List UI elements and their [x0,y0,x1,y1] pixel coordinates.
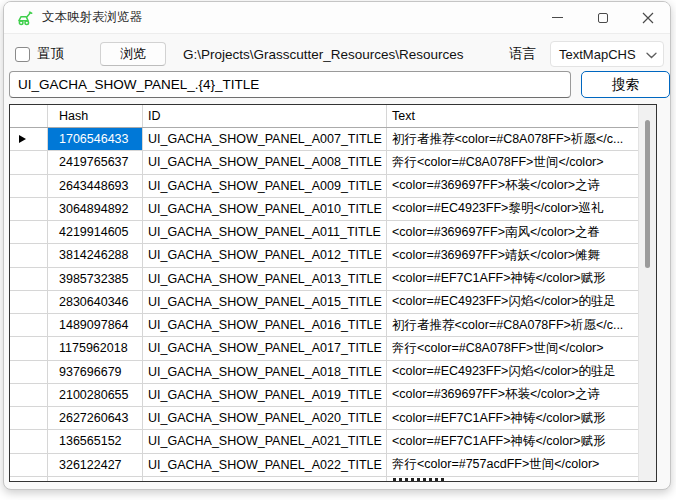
row-header[interactable] [10,221,48,243]
hash-cell[interactable]: 937696679 [48,361,143,383]
row-header[interactable] [10,291,48,313]
text-cell[interactable]: <color=#369697FF>杯装</color>之诗 [387,175,638,197]
row-header[interactable] [10,175,48,197]
vertical-scrollbar[interactable] [638,105,656,481]
text-cell[interactable]: 初行者推荐<color=#C8A078FF>祈愿</c... [387,314,638,336]
table-row[interactable]: 3064894892UI_GACHA_SHOW_PANEL_A010_TITLE… [10,198,638,221]
id-cell[interactable]: UI_GACHA_SHOW_PANEL_A013_TITLE [143,268,387,290]
hash-cell[interactable]: 2643448693 [48,175,143,197]
id-cell[interactable]: UI_GACHA_SHOW_PANEL_A015_TITLE [143,291,387,313]
hash-cell[interactable]: 4219914605 [48,221,143,243]
id-cell[interactable] [143,477,387,481]
id-cell[interactable]: UI_GACHA_SHOW_PANEL_A012_TITLE [143,244,387,266]
text-cell[interactable]: <color=#EC4923FF>黎明</color>巡礼 [387,198,638,220]
hash-cell[interactable]: 1489097864 [48,314,143,336]
text-cell[interactable]: <color=#369697FF>南风</color>之眷 [387,221,638,243]
table-row[interactable]: 3985732385UI_GACHA_SHOW_PANEL_A013_TITLE… [10,268,638,291]
language-combobox[interactable]: TextMapCHS [550,41,664,67]
text-cell[interactable]: 奔行<color=#C8A078FF>世间</color> [387,151,638,173]
hash-cell[interactable]: 2100280655 [48,384,143,406]
column-header-text[interactable]: Text [387,105,638,127]
row-header[interactable] [10,337,48,359]
browse-button[interactable]: 浏览 [100,42,166,66]
scrollbar-thumb[interactable] [645,120,650,268]
table-row[interactable]: 2627260643UI_GACHA_SHOW_PANEL_A020_TITLE… [10,407,638,430]
chevron-down-icon [646,47,657,62]
table-row[interactable]: 2419765637UI_GACHA_SHOW_PANEL_A008_TITLE… [10,151,638,174]
id-cell[interactable]: UI_GACHA_SHOW_PANEL_A009_TITLE [143,175,387,197]
id-cell[interactable]: UI_GACHA_SHOW_PANEL_A022_TITLE [143,454,387,476]
row-header[interactable] [10,198,48,220]
text-cell[interactable]: <color=#EF7C1AFF>神铸</color>赋形 [387,407,638,429]
text-cell[interactable]: <color=#EC4923FF>闪焰</color>的驻足 [387,291,638,313]
row-header[interactable] [10,361,48,383]
table-row[interactable]: 2643448693UI_GACHA_SHOW_PANEL_A009_TITLE… [10,175,638,198]
row-header[interactable] [10,314,48,336]
close-button[interactable] [625,2,670,33]
hash-cell[interactable]: 2830640346 [48,291,143,313]
table-row-partial[interactable] [10,477,638,481]
text-cell[interactable]: 奔行<color=#757acdFF>世间</color> [387,454,638,476]
table-row[interactable]: 326122427UI_GACHA_SHOW_PANEL_A022_TITLE奔… [10,454,638,477]
search-button[interactable]: 搜索 [581,71,670,98]
text-cell[interactable]: 初行者推荐<color=#C8A078FF>祈愿</c... [387,128,638,150]
hash-cell[interactable] [48,477,143,481]
hash-cell[interactable]: 136565152 [48,430,143,452]
maximize-button[interactable] [580,2,625,33]
id-cell[interactable]: UI_GACHA_SHOW_PANEL_A016_TITLE [143,314,387,336]
table-row[interactable]: 1489097864UI_GACHA_SHOW_PANEL_A016_TITLE… [10,314,638,337]
table-row[interactable]: 3814246288UI_GACHA_SHOW_PANEL_A012_TITLE… [10,244,638,267]
id-cell[interactable]: UI_GACHA_SHOW_PANEL_A019_TITLE [143,384,387,406]
table-row[interactable]: 1706546433UI_GACHA_SHOW_PANEL_A007_TITLE… [10,128,638,151]
id-cell[interactable]: UI_GACHA_SHOW_PANEL_A020_TITLE [143,407,387,429]
row-header[interactable] [10,407,48,429]
row-header[interactable] [10,430,48,452]
row-header[interactable] [10,477,48,481]
row-header[interactable] [10,128,48,150]
row-header-column[interactable] [10,105,48,127]
id-cell[interactable]: UI_GACHA_SHOW_PANEL_A021_TITLE [143,430,387,452]
search-input[interactable] [9,71,571,98]
table-row[interactable]: 136565152UI_GACHA_SHOW_PANEL_A021_TITLE<… [10,430,638,453]
text-cell[interactable]: 奔行<color=#C8A078FF>世间</color> [387,337,638,359]
text-cell[interactable] [387,477,638,481]
id-cell[interactable]: UI_GACHA_SHOW_PANEL_A010_TITLE [143,198,387,220]
hash-cell[interactable]: 1175962018 [48,337,143,359]
hash-cell[interactable]: 2419765637 [48,151,143,173]
column-header-hash[interactable]: Hash [48,105,143,127]
window-title: 文本映射表浏览器 [42,9,142,26]
hash-cell[interactable]: 1706546433 [48,128,143,150]
pin-checkbox[interactable] [15,47,30,62]
id-cell[interactable]: UI_GACHA_SHOW_PANEL_A008_TITLE [143,151,387,173]
id-cell[interactable]: UI_GACHA_SHOW_PANEL_A007_TITLE [143,128,387,150]
id-cell[interactable]: UI_GACHA_SHOW_PANEL_A011_TITLE [143,221,387,243]
row-header[interactable] [10,454,48,476]
id-cell[interactable]: UI_GACHA_SHOW_PANEL_A018_TITLE [143,361,387,383]
row-header[interactable] [10,151,48,173]
text-cell[interactable]: <color=#369697FF>靖妖</color>傩舞 [387,244,638,266]
column-header-id[interactable]: ID [143,105,387,127]
hash-cell[interactable]: 3985732385 [48,268,143,290]
row-header[interactable] [10,244,48,266]
hash-cell[interactable]: 2627260643 [48,407,143,429]
grid-header: Hash ID Text [10,105,638,128]
table-row[interactable]: 4219914605UI_GACHA_SHOW_PANEL_A011_TITLE… [10,221,638,244]
minimize-button[interactable] [535,2,580,33]
hash-cell[interactable]: 3814246288 [48,244,143,266]
language-label: 语言 [509,45,536,63]
text-cell[interactable]: <color=#369697FF>杯装</color>之诗 [387,384,638,406]
table-row[interactable]: 2100280655UI_GACHA_SHOW_PANEL_A019_TITLE… [10,384,638,407]
table-row[interactable]: 2830640346UI_GACHA_SHOW_PANEL_A015_TITLE… [10,291,638,314]
text-cell[interactable]: <color=#EC4923FF>闪焰</color>的驻足 [387,361,638,383]
browse-button-label: 浏览 [120,45,146,63]
text-cell[interactable]: <color=#EF7C1AFF>神铸</color>赋形 [387,268,638,290]
row-header[interactable] [10,268,48,290]
id-cell[interactable]: UI_GACHA_SHOW_PANEL_A017_TITLE [143,337,387,359]
row-header[interactable] [10,384,48,406]
hash-cell[interactable]: 3064894892 [48,198,143,220]
hash-cell[interactable]: 326122427 [48,454,143,476]
table-row[interactable]: 937696679UI_GACHA_SHOW_PANEL_A018_TITLE<… [10,361,638,384]
text-cell[interactable]: <color=#EF7C1AFF>神铸</color>赋形 [387,430,638,452]
table-row[interactable]: 1175962018UI_GACHA_SHOW_PANEL_A017_TITLE… [10,337,638,360]
app-window: 文本映射表浏览器 置顶 浏览 G:\Projects\Grasscutter_R… [3,1,671,490]
